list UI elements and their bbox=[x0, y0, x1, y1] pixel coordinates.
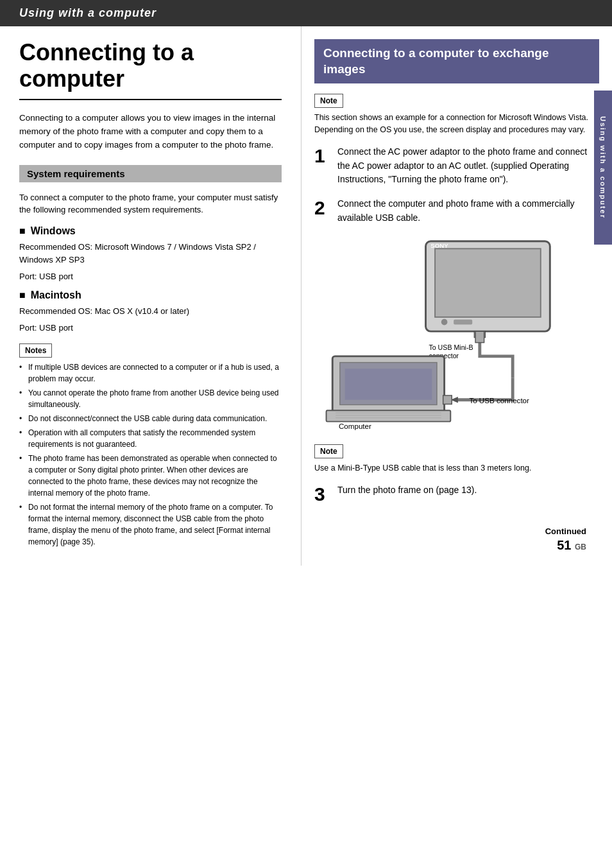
step-2-number: 2 bbox=[314, 197, 337, 218]
svg-point-3 bbox=[441, 319, 448, 326]
svg-text:SONY: SONY bbox=[430, 243, 448, 250]
list-item: If multiple USB devices are connected to… bbox=[19, 361, 282, 385]
step-2: 2 Connect the computer and photo frame w… bbox=[314, 197, 599, 225]
windows-port: Port: USB port bbox=[19, 270, 282, 283]
svg-rect-12 bbox=[327, 411, 451, 422]
right-title: Connecting to a computer to exchange ima… bbox=[314, 39, 599, 83]
usb-diagram: SONY To USB Mini-B connector bbox=[314, 235, 599, 440]
note-label-1: Note bbox=[314, 94, 343, 108]
list-item: Do not format the internal memory of the… bbox=[19, 501, 282, 548]
page-title: Connecting to a computer bbox=[19, 39, 282, 100]
svg-text:To USB connector: To USB connector bbox=[469, 396, 529, 404]
list-item: You cannot operate the photo frame from … bbox=[19, 387, 282, 410]
macintosh-os: Recommended OS: Mac OS X (v10.4 or later… bbox=[19, 305, 282, 318]
note-area-2: Note Use a Mini-B-Type USB cable that is… bbox=[314, 444, 599, 474]
svg-rect-11 bbox=[345, 369, 432, 400]
windows-title: Windows bbox=[19, 225, 282, 237]
step-3-number: 3 bbox=[314, 483, 337, 505]
page-number: 51 GB bbox=[557, 538, 586, 553]
system-requirements-text: To connect a computer to the photo frame… bbox=[19, 191, 282, 216]
system-requirements-header: System requirements bbox=[19, 165, 282, 182]
note-text-1: This section shows an example for a conn… bbox=[314, 112, 599, 136]
svg-rect-6 bbox=[475, 331, 484, 342]
left-column: Connecting to a computer Connecting to a… bbox=[0, 26, 302, 566]
svg-rect-17 bbox=[443, 395, 452, 404]
page-num-suffix: GB bbox=[575, 542, 586, 551]
list-item: Operation with all computers that satisf… bbox=[19, 427, 282, 450]
notes-list: If multiple USB devices are connected to… bbox=[19, 361, 282, 548]
macintosh-port: Port: USB port bbox=[19, 322, 282, 334]
photo-frame-device: SONY bbox=[426, 241, 550, 338]
step-1: 1 Connect the AC power adaptor to the ph… bbox=[314, 145, 599, 187]
laptop-device bbox=[327, 356, 451, 422]
step-3-text: Turn the photo frame on (page 13). bbox=[337, 483, 599, 498]
main-content: Connecting to a computer Connecting to a… bbox=[0, 26, 612, 566]
usb-diagram-svg: SONY To USB Mini-B connector bbox=[314, 235, 599, 434]
intro-text: Connecting to a computer allows you to v… bbox=[19, 112, 282, 152]
notes-label: Notes bbox=[19, 343, 52, 358]
svg-rect-4 bbox=[454, 320, 472, 325]
list-item: The photo frame has been demonstrated as… bbox=[19, 453, 282, 499]
svg-rect-1 bbox=[435, 249, 541, 318]
windows-os: Recommended OS: Microsoft Windows 7 / Wi… bbox=[19, 241, 282, 266]
step-1-text: Connect the AC power adaptor to the phot… bbox=[337, 145, 599, 187]
step-3: 3 Turn the photo frame on (page 13). bbox=[314, 483, 599, 505]
step-1-number: 1 bbox=[314, 145, 337, 166]
svg-text:To USB Mini-B: To USB Mini-B bbox=[429, 344, 473, 352]
header-title: Using with a computer bbox=[19, 6, 157, 19]
note-text-2: Use a Mini-B-Type USB cable that is less… bbox=[314, 462, 599, 474]
macintosh-title: Macintosh bbox=[19, 290, 282, 301]
list-item: Do not disconnect/connect the USB cable … bbox=[19, 413, 282, 424]
note-area-1: Note This section shows an example for a… bbox=[314, 94, 599, 136]
note-label-2: Note bbox=[314, 444, 343, 458]
page-num-value: 51 bbox=[557, 538, 571, 552]
continued-label: Continued bbox=[545, 526, 586, 536]
vertical-side-label: Using with a computer bbox=[594, 91, 612, 245]
right-column: Connecting to a computer to exchange ima… bbox=[302, 26, 612, 566]
svg-text:Computer: Computer bbox=[339, 422, 371, 431]
header-bar: Using with a computer bbox=[0, 0, 612, 26]
step-2-text: Connect the computer and photo frame wit… bbox=[337, 197, 599, 225]
